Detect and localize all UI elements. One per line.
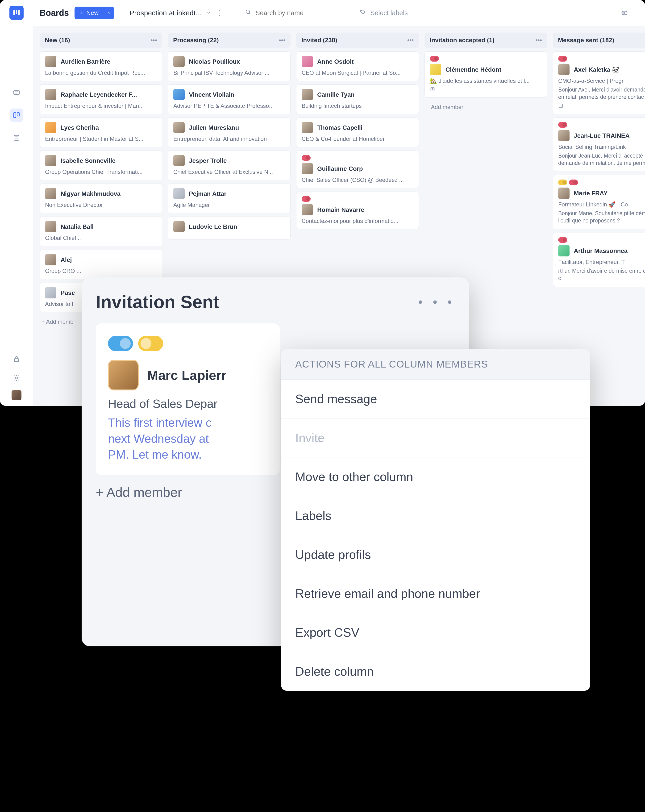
member-card[interactable]: Jesper TrolleChief Executive Officer at … xyxy=(168,151,291,180)
column-menu-icon[interactable]: ••• xyxy=(279,37,285,44)
member-card[interactable]: Guillaume CorpChief Sales Officer (CSO) … xyxy=(296,151,419,188)
member-card[interactable]: Romain NavarreContactez-moi pour plus d'… xyxy=(296,192,419,229)
member-name: Marie FRAY xyxy=(574,190,608,197)
member-card[interactable]: Aurélien BarrièreLa bonne gestion du Cré… xyxy=(40,52,162,81)
member-card[interactable]: Jean-Luc TRAINEASocial Selling Training/… xyxy=(553,118,645,172)
member-avatar xyxy=(173,188,185,199)
svg-rect-0 xyxy=(13,11,15,15)
column-menu-icon[interactable]: ••• xyxy=(151,37,157,44)
member-message: rthur, Merci d'avoir e de mise en re de … xyxy=(558,267,645,282)
svg-rect-3 xyxy=(14,90,19,95)
member-avatar xyxy=(302,122,313,133)
notes-icon[interactable] xyxy=(10,131,23,144)
action-menu-item[interactable]: Retrieve email and phone number xyxy=(281,574,590,613)
member-headline: Chief Sales Officer (CSO) @ Beedeez ... xyxy=(302,177,413,183)
member-card[interactable]: Anne OsdoitCEO at Moon Surgical | Partne… xyxy=(296,52,419,81)
member-card[interactable]: Vincent ViollainAdvisor PEPITE & Associa… xyxy=(168,84,291,114)
new-button[interactable]: New xyxy=(75,7,104,19)
member-avatar xyxy=(302,204,313,215)
messages-icon[interactable] xyxy=(10,86,23,99)
member-headline: Group CRO ... xyxy=(45,268,157,274)
member-avatar xyxy=(45,122,56,133)
member-headline: Formateur Linkedin 🚀 - Co xyxy=(558,201,645,208)
search-icon xyxy=(245,9,251,17)
popout-menu-icon[interactable]: • • • xyxy=(418,295,455,309)
chevron-down-icon xyxy=(206,9,211,17)
member-card[interactable]: Nigyar MakhmudovaNon Executive Director xyxy=(40,183,162,213)
member-role: Head of Sales Depar xyxy=(108,397,267,411)
page-title: Boards xyxy=(40,8,69,18)
member-card[interactable]: Raphaele Leyendecker F...Impact Entrepre… xyxy=(40,84,162,114)
member-headline: Impact Entrepreneur & investor | Man... xyxy=(45,102,157,109)
column-menu-icon[interactable]: ••• xyxy=(407,37,414,44)
member-avatar xyxy=(45,89,56,100)
board-menu-icon[interactable]: ⋮ xyxy=(216,9,223,17)
member-name: Axel Kaletka 🐼 xyxy=(574,66,619,73)
column-menu-icon[interactable]: ••• xyxy=(535,37,542,44)
svg-point-12 xyxy=(15,377,17,379)
member-name: Ludovic Le Brun xyxy=(189,223,237,230)
member-avatar xyxy=(558,64,570,75)
member-name: Thomas Capelli xyxy=(317,124,363,131)
action-menu-item[interactable]: Move to other column xyxy=(281,458,590,496)
column-header: Invited (238)••• xyxy=(296,32,419,48)
member-card[interactable]: Isabelle SonnevilleGroup Operations Chie… xyxy=(40,151,162,180)
member-card[interactable]: Marie FRAYFormateur Linkedin 🚀 - CoBonjo… xyxy=(553,175,645,229)
add-member-button[interactable]: + Add member xyxy=(424,101,547,113)
svg-rect-2 xyxy=(18,11,20,15)
boards-icon[interactable] xyxy=(10,108,23,122)
member-name: Nigyar Makhmudova xyxy=(61,190,120,197)
topbar-extra-button[interactable] xyxy=(610,0,638,26)
member-card[interactable]: Thomas CapelliCEO & Co-Founder at Homeli… xyxy=(296,118,419,147)
app-logo[interactable] xyxy=(9,6,24,20)
member-card[interactable]: Ludovic Le Brun xyxy=(168,217,291,240)
member-avatar xyxy=(45,56,56,67)
member-headline: Contactez-moi pour plus d'informatio... xyxy=(302,218,413,224)
member-card[interactable]: AlejGroup CRO ... xyxy=(40,250,162,279)
action-menu-item[interactable]: Send message xyxy=(281,380,590,418)
member-card[interactable]: Lyes CherihaEntrepreneur | Student in Ma… xyxy=(40,118,162,147)
tag-icon xyxy=(360,9,366,17)
popout-member-card[interactable]: Marc Lapierr Head of Sales Depar This fi… xyxy=(96,324,280,475)
member-name: Anne Osdoit xyxy=(317,58,354,66)
member-avatar xyxy=(173,122,185,133)
action-menu-item[interactable]: Export CSV xyxy=(281,613,590,652)
action-menu-item[interactable]: Labels xyxy=(281,496,590,535)
label-badge xyxy=(558,56,567,61)
action-menu-item[interactable]: Update profils xyxy=(281,535,590,574)
member-card[interactable]: Pejman AttarAgile Manager xyxy=(168,183,291,213)
member-avatar xyxy=(173,89,185,100)
member-name: Nicolas Pouilloux xyxy=(189,58,240,66)
member-headline: Social Selling Training/Link xyxy=(558,143,645,150)
svg-rect-6 xyxy=(14,113,16,118)
member-card[interactable]: Natalia BallGlobal Chief... xyxy=(40,217,162,246)
member-card[interactable]: Arthur MassonneaFacilitator, Entrepreneu… xyxy=(553,233,645,287)
member-card[interactable]: Axel Kaletka 🐼CMO-as-a-Service | ProgrBo… xyxy=(553,52,645,114)
popout-title: Invitation Sent xyxy=(96,292,219,312)
gear-icon[interactable] xyxy=(10,371,23,385)
label-badge xyxy=(558,180,567,185)
label-badge-blue xyxy=(108,336,133,351)
member-avatar xyxy=(558,130,570,141)
note-icon xyxy=(558,103,645,109)
member-name: Lyes Cheriha xyxy=(61,124,99,131)
new-button-dropdown[interactable] xyxy=(104,7,114,19)
member-avatar xyxy=(108,360,139,391)
actions-menu-header: ACTIONS FOR ALL COLUMN MEMBERS xyxy=(281,349,590,380)
search-field[interactable] xyxy=(238,0,347,26)
search-input[interactable] xyxy=(255,9,340,17)
column-title: Invited (238) xyxy=(301,37,337,44)
member-avatar xyxy=(45,221,56,232)
lock-icon[interactable] xyxy=(10,353,23,366)
member-name: Pasc xyxy=(61,289,75,296)
member-headline: Sr Principal ISV Technology Advisor ... xyxy=(173,70,285,76)
board-selector[interactable]: Prospection #LinkedI... ⋮ xyxy=(120,0,232,26)
member-name: Alej xyxy=(61,256,72,264)
member-card[interactable]: Camille TyanBuilding fintech startups xyxy=(296,84,419,114)
user-avatar[interactable] xyxy=(12,390,21,400)
member-card[interactable]: Clémentine Hédont🏡 J'aide les assistante… xyxy=(424,52,547,98)
member-card[interactable]: Nicolas PouillouxSr Principal ISV Techno… xyxy=(168,52,291,81)
member-card[interactable]: Julien MuresianuEntrepreneur, data, AI a… xyxy=(168,118,291,147)
labels-filter[interactable]: Select labels xyxy=(353,0,604,26)
action-menu-item[interactable]: Delete column xyxy=(281,652,590,691)
